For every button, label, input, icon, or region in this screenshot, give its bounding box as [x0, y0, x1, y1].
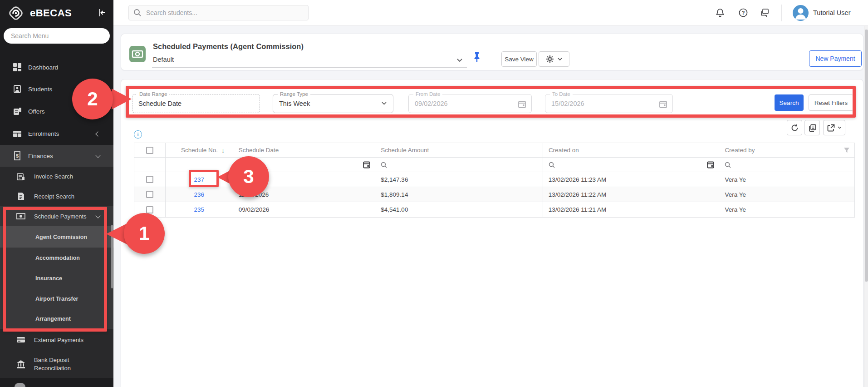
topbar: ? Tutorial User [113, 0, 868, 26]
refresh-button[interactable] [787, 120, 802, 135]
gear-icon [546, 55, 554, 63]
logo-row: eBECAS [0, 0, 113, 26]
calendar-icon[interactable] [363, 161, 370, 169]
sidebar-item-label: Invoice Search [34, 173, 73, 180]
sidebar-item-label: Bank Deposit Reconciliation [34, 356, 102, 372]
help-icon[interactable]: ? [738, 8, 748, 18]
column-label: Schedule Amount [381, 147, 429, 154]
sidebar-item-label: Receipt Search [34, 193, 74, 200]
annotation-step-1: 1 [124, 213, 165, 254]
caret-down-icon[interactable] [457, 59, 462, 62]
sidebar-item-invoice-search[interactable]: Invoice Search [0, 167, 113, 186]
column-header-created-by[interactable]: Created by [719, 143, 854, 157]
scheduled-payments-icon [129, 46, 146, 62]
notifications-bell-icon[interactable] [715, 8, 725, 18]
sidebar-item-bank-deposit-reconciliation[interactable]: Bank Deposit Reconciliation [0, 351, 113, 378]
topbar-divider [781, 5, 782, 21]
caret-down-icon [838, 126, 842, 129]
search-icon [133, 9, 142, 17]
schedule-date-cell: 09/02/2026 [233, 202, 376, 217]
sidebar-item-external-payments[interactable]: External Payments [0, 329, 113, 351]
main-card: Date Range Schedule Date Range Type This… [121, 79, 863, 387]
page-title: Scheduled Payments (Agent Commission) [153, 42, 304, 51]
svg-text:?: ? [742, 10, 745, 15]
filter-schedule-amount[interactable] [375, 158, 543, 172]
user-name: Tutorial User [813, 9, 850, 16]
schedule-amount-cell: $1,809.14 [375, 187, 543, 202]
table-row: 235 09/02/2026 $4,541.00 13/02/2026 11:2… [134, 202, 854, 217]
created-on-cell: 13/02/2026 11:23 AM [543, 172, 720, 187]
sidebar-item-label: External Payments [34, 337, 83, 343]
enrolments-icon [13, 129, 22, 139]
column-header-schedule-date[interactable]: Schedule Date [233, 143, 376, 157]
person-icon [793, 5, 809, 21]
created-by-cell: Vera Ye [719, 187, 854, 202]
scrollbar-thumb[interactable] [865, 30, 868, 282]
row-checkbox[interactable] [146, 176, 153, 183]
export-icon [827, 124, 835, 132]
sidebar-item-label: Students [28, 86, 52, 93]
column-header-created-on[interactable]: Created on [543, 143, 720, 157]
filter-created-by[interactable] [719, 158, 854, 172]
dashboard-icon [13, 63, 22, 72]
column-filter-icon[interactable] [843, 147, 850, 153]
calendar-icon[interactable] [707, 161, 714, 169]
schedule-amount-cell: $4,541.00 [375, 202, 543, 217]
filter-cell [134, 158, 166, 172]
row-checkbox[interactable] [146, 191, 153, 198]
column-label: Created on [549, 147, 579, 154]
column-label: Schedule Date [239, 147, 279, 154]
annotation-step-3: 3 [228, 156, 269, 197]
svg-text:$: $ [16, 153, 19, 159]
sidebar-item-enrolments[interactable]: Enrolments [0, 123, 113, 145]
app-logo-icon [7, 5, 25, 22]
row-checkbox[interactable] [146, 206, 153, 213]
schedule-no-link[interactable]: 236 [194, 191, 205, 198]
annotation-rect-schedule-no-237 [189, 170, 219, 187]
created-on-cell: 13/02/2026 11:22 AM [543, 187, 720, 202]
column-header-schedule-amount[interactable]: Schedule Amount [375, 143, 543, 157]
sidebar-item-label: Finances [28, 153, 53, 159]
bank-icon [16, 360, 25, 369]
copy-button[interactable] [804, 120, 820, 135]
page-scrollbar[interactable] [864, 26, 868, 387]
new-payment-button[interactable]: New Payment [809, 50, 862, 67]
collapse-sidebar-icon[interactable] [97, 8, 107, 18]
column-label: Created by [725, 147, 755, 154]
feedback-chat-icon[interactable] [760, 8, 770, 18]
view-settings-button[interactable] [539, 51, 569, 67]
schedule-no-cell: 235 [166, 202, 233, 217]
filter-created-on[interactable] [543, 158, 720, 172]
search-students-input[interactable] [128, 5, 309, 20]
copy-icon [809, 124, 816, 132]
receipt-search-icon [16, 192, 25, 201]
chevron-left-icon [95, 131, 100, 136]
invoice-search-icon [16, 172, 25, 181]
column-header-schedule-no[interactable]: Schedule No. ↓ [166, 143, 233, 157]
view-select[interactable]: Default [153, 56, 174, 63]
user-avatar[interactable] [793, 5, 809, 21]
view-select-underline [152, 67, 467, 68]
info-icon[interactable]: i [134, 130, 142, 139]
created-by-cell: Vera Ye [719, 172, 854, 187]
save-view-button[interactable]: Save View [501, 51, 537, 67]
export-button[interactable] [823, 120, 845, 135]
sidebar-item-receipt-search[interactable]: Receipt Search [0, 186, 113, 206]
row-select-cell [134, 187, 166, 202]
select-all-checkbox[interactable] [146, 147, 153, 154]
students-icon [13, 84, 22, 94]
refresh-icon [791, 124, 799, 132]
sidebar-item-finances[interactable]: $ Finances [0, 145, 113, 167]
pin-view-icon[interactable] [472, 51, 481, 63]
created-by-cell: Vera Ye [719, 202, 854, 217]
sidebar-item-label: Offers [28, 108, 45, 115]
sort-desc-icon[interactable]: ↓ [221, 147, 225, 154]
sidebar-item-dashboard[interactable]: Dashboard [0, 56, 113, 78]
column-label: Schedule No. [181, 147, 218, 154]
external-payments-icon [16, 335, 25, 344]
schedule-no-link[interactable]: 235 [194, 206, 205, 213]
annotation-rect-schedule-payments-menu [3, 207, 107, 332]
table-header-row: Schedule No. ↓ Schedule Date Schedule Am… [134, 143, 854, 158]
menu-search-input[interactable] [4, 28, 110, 44]
caret-down-icon [558, 58, 562, 61]
